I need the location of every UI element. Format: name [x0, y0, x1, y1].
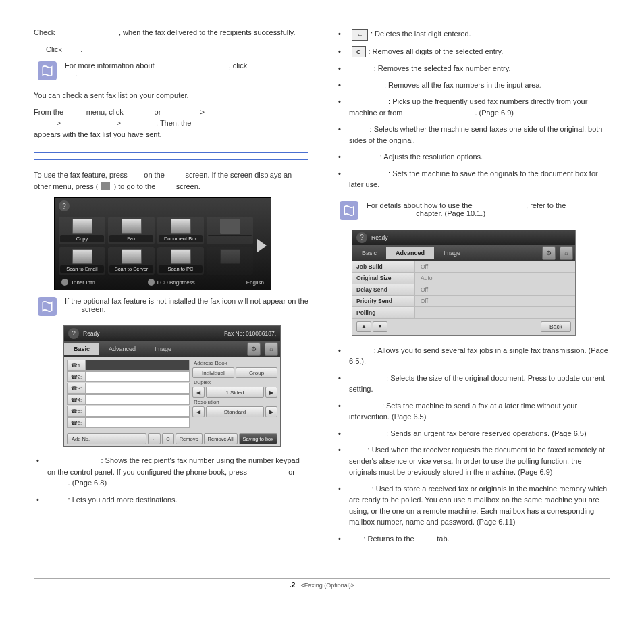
t: Fax: [109, 235, 153, 242]
t: Resolution: [192, 399, 277, 405]
t: menu, click: [86, 108, 126, 116]
t: Fax No: 010086187,: [224, 330, 276, 337]
t: >: [115, 119, 124, 127]
t: 6:: [78, 420, 82, 426]
btn-remove: Remove: [176, 433, 203, 444]
tile-scan-email: Scan to Email: [59, 247, 105, 275]
t: 5:: [78, 408, 82, 414]
t: [208, 235, 252, 236]
t: . (Page 6.9): [475, 109, 513, 117]
t: Duplex: [192, 379, 277, 385]
li-remove-all: : Removes all the fax numbers in the inp…: [336, 78, 610, 95]
btn-back-icon: ←: [148, 433, 161, 444]
t: For more information about: [65, 61, 157, 70]
li-duplex: : Selects whether the machine send faxes…: [336, 122, 610, 150]
tile-blank2: [207, 247, 253, 275]
t: : Sends an urgent fax before reserved op…: [386, 429, 587, 437]
t: From the: [34, 108, 65, 116]
screenshot-main-menu: ? Copy Fax Document Box Scan to Email Sc…: [54, 197, 271, 290]
t: tab.: [435, 535, 449, 543]
t: , when the fax delivered to the recipien…: [119, 28, 296, 36]
t: English: [246, 279, 264, 286]
home-icon: ⌂: [560, 246, 573, 260]
t: Scan to Server: [109, 265, 153, 273]
t: Off: [415, 296, 575, 306]
row-label: ☎4:: [67, 394, 86, 405]
t: Delay Send: [352, 284, 415, 295]
t: appears with the fax list you have sent.: [34, 130, 162, 138]
settings-icon: ⚙: [542, 246, 556, 260]
btn-back: Back: [541, 321, 571, 332]
t: For details about how to use the: [367, 201, 475, 209]
screenshot-fax-advanced: ?Ready Basic Advanced Image ⚙ ⌂ Job Buil…: [352, 230, 576, 336]
t: LCD Brightness: [157, 279, 195, 286]
li-remove-entry: : Removes the selected fax number entry.: [336, 61, 610, 78]
screenshot-fax-basic: ?Ready Fax No: 010086187, Basic Advanced…: [63, 325, 281, 447]
help-icon: ?: [68, 328, 79, 339]
row-label: ☎6:: [67, 417, 86, 428]
btn-saving: Saving to box: [239, 433, 277, 444]
t: 2:: [78, 374, 82, 380]
li-del-last: : Deletes the last digit entered.: [336, 27, 610, 45]
next-page-icon: [257, 239, 267, 252]
para-sent-list: You can check a sent fax list on your co…: [34, 90, 308, 101]
down-icon: ▼: [373, 321, 387, 332]
li-resolution: : Adjusts the resolution options.: [336, 150, 610, 167]
t: . (Page 6.8): [68, 479, 107, 487]
duplex-value: 1 Sided: [206, 387, 264, 398]
li-polling: : Used when the receiver requests the do…: [336, 443, 610, 482]
t: : Deletes the last digit entered.: [371, 30, 471, 38]
note-more-info: For more information about , click .: [38, 61, 308, 80]
t: or: [155, 108, 163, 116]
t: Priority Send: [352, 296, 415, 306]
settings-icon: ⚙: [247, 342, 261, 356]
lcd-brightness: LCD Brightness: [148, 279, 195, 286]
li-back: : Returns to the tab.: [336, 532, 610, 549]
t: Document Box: [159, 235, 203, 242]
li-priority-send: : Sends an urgent fax before reserved op…: [336, 427, 610, 444]
t: 3:: [78, 385, 82, 392]
t: chapter. (Page 10.1.): [416, 209, 485, 217]
tile-scan-pc: Scan to PC: [157, 247, 204, 275]
tile-copy: Copy: [59, 217, 105, 244]
t: : Removes all the fax numbers in the inp…: [384, 81, 542, 89]
note-icon: [38, 61, 57, 80]
tab-image: Image: [434, 247, 470, 259]
t: Scan to Email: [60, 265, 104, 273]
para-click: Click .: [46, 44, 308, 55]
t: screen.: [176, 182, 200, 190]
note-fax-not-installed: If the optional fax feature is not insta…: [38, 297, 308, 316]
tab-advanced: Advanced: [386, 247, 434, 259]
chapter-title: <Faxing (Optional)>: [301, 582, 355, 589]
t: Off: [415, 261, 575, 272]
toner-info: Toner Info.: [61, 279, 97, 286]
t: Polling: [352, 307, 415, 318]
language: English: [246, 279, 264, 286]
li-delay-send: : Sets the machine to send a fax at a la…: [336, 399, 610, 427]
t: : Used to store a received fax or origin…: [349, 485, 607, 527]
li-job-build: : Allows you to send several fax jobs in…: [336, 344, 610, 371]
li-recipient-number: : Shows the recipient's fax number using…: [34, 454, 308, 493]
btn-add-no: Add No.: [67, 433, 146, 444]
backspace-icon: [352, 29, 368, 41]
t: 4:: [78, 397, 82, 403]
li-add-more: : Lets you add more destinations.: [34, 493, 308, 510]
tile-scan-server: Scan to Server: [108, 247, 155, 275]
t: 1:: [78, 363, 82, 369]
row-label: ☎3:: [67, 383, 86, 394]
t: Copy: [60, 235, 104, 242]
t: , click: [229, 61, 248, 70]
btn-c: C: [162, 433, 173, 444]
tile-docbox: Document Box: [157, 217, 204, 244]
tab-advanced: Advanced: [99, 343, 145, 355]
t: : Removes all digits of the selected ent…: [369, 47, 504, 55]
row-label: ☎1:: [67, 360, 86, 371]
t: : Removes the selected fax number entry.: [374, 64, 511, 72]
btn-group: Group: [236, 367, 277, 378]
up-icon: ▲: [356, 321, 371, 332]
para-use-fax: To use the fax feature, press on the scr…: [34, 169, 308, 192]
t: : Selects whether the machine send faxes…: [349, 125, 602, 144]
tab-basic: Basic: [64, 343, 99, 355]
t: If the optional fax feature is not insta…: [65, 297, 308, 305]
t: , refer to the: [526, 201, 566, 209]
